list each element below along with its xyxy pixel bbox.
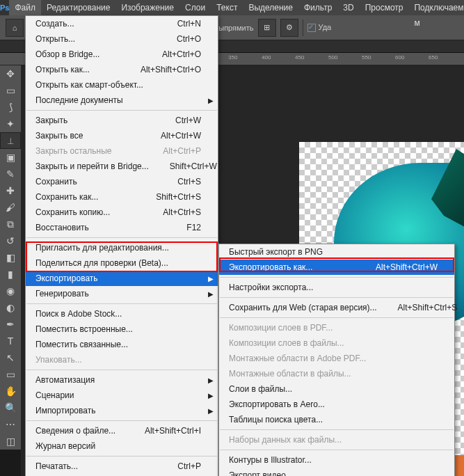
file-menu-item[interactable]: СохранитьCtrl+S (26, 174, 218, 189)
file-menu-item[interactable]: Создать...Ctrl+N (26, 16, 218, 31)
file-menu-item[interactable]: Обзор в Bridge...Alt+Ctrl+O (26, 47, 218, 62)
menu-текст[interactable]: Текст (211, 0, 243, 15)
marquee-tool-icon[interactable]: ▭ (0, 82, 21, 99)
more-icon[interactable]: ⋯ (0, 416, 21, 433)
file-menu-item[interactable]: Поместить встроенные... (26, 322, 218, 337)
pen-tool-icon[interactable]: ✒ (0, 316, 21, 333)
export-menu-item[interactable]: Слои в файлы... (219, 381, 454, 397)
path-tool-icon[interactable]: ↖ (0, 349, 21, 366)
straighten-label: Выпрямить (214, 24, 254, 32)
export-menu-item[interactable]: Настройки экспорта... (219, 280, 454, 295)
menu-слои[interactable]: Слои (179, 0, 211, 15)
export-menu-item[interactable]: Экспорт видео... (219, 468, 454, 476)
delete-checkbox[interactable]: Уда (307, 23, 332, 32)
file-menu-item[interactable]: Автоматизация▶ (26, 372, 218, 388)
file-menu-item[interactable]: Поиск в Adobe Stock... (26, 306, 218, 322)
file-menu-item[interactable]: Закрыть и перейти в Bridge...Shift+Ctrl+… (26, 159, 218, 174)
menu-файл[interactable]: Файл (9, 0, 41, 15)
file-menu-item[interactable]: Экспортировать▶ (26, 271, 218, 286)
history-brush-icon[interactable]: ↺ (0, 232, 21, 249)
menu-item-label: Последние документы (35, 95, 201, 105)
file-menu-item[interactable]: Импортировать▶ (26, 403, 218, 418)
file-menu-item[interactable]: Поместить связанные... (26, 337, 218, 352)
file-menu-item[interactable]: Открыть...Ctrl+O (26, 31, 218, 47)
export-menu-item[interactable]: Быстрый экспорт в PNG (219, 244, 454, 260)
menu-item-shortcut: Alt+Shift+Ctrl+I (145, 426, 201, 436)
menu-separator (26, 303, 217, 304)
file-menu-item: Закрыть остальныеAlt+Ctrl+P (26, 143, 218, 159)
submenu-arrow-icon: ▶ (208, 392, 214, 399)
stamp-tool-icon[interactable]: ⧉ (0, 216, 21, 232)
file-menu-item[interactable]: Поделиться для проверки (Beta)... (26, 255, 218, 271)
export-menu-item: Монтажные области в файлы... (219, 366, 454, 381)
zoom-tool-icon[interactable]: 🔍 (0, 399, 21, 416)
type-tool-icon[interactable]: T (0, 333, 21, 349)
ruler-tick: 550 (362, 54, 371, 61)
menu-item-label: Журнал версий (35, 441, 201, 451)
file-menu-item[interactable]: Пригласить для редактирования... (26, 240, 218, 255)
home-icon[interactable]: ⌂ (6, 19, 24, 37)
menu-separator (26, 456, 217, 457)
menu-3d[interactable]: 3D (337, 0, 359, 15)
menu-изображение[interactable]: Изображение (115, 0, 179, 15)
file-menu-item[interactable]: ВосстановитьF12 (26, 220, 218, 235)
export-menu-item[interactable]: Экспортировать в Aero... (219, 397, 454, 412)
shape-tool-icon[interactable]: ▭ (0, 366, 21, 383)
submenu-arrow-icon: ▶ (208, 275, 214, 283)
ruler-tick: 600 (395, 54, 404, 61)
export-menu-item[interactable]: Контуры в Illustrator... (219, 452, 454, 468)
menu-выделение[interactable]: Выделение (243, 0, 298, 15)
eraser-tool-icon[interactable]: ◧ (0, 249, 21, 266)
lasso-tool-icon[interactable]: ⟆ (0, 99, 21, 116)
dodge-tool-icon[interactable]: ◐ (0, 299, 21, 316)
blur-tool-icon[interactable]: ◉ (0, 283, 21, 299)
frame-tool-icon[interactable]: ▣ (0, 149, 21, 166)
export-menu-item[interactable]: Таблицы поиска цвета... (219, 412, 454, 427)
hand-tool-icon[interactable]: ✋ (0, 383, 21, 399)
menu-item-label: Композиции слоев в PDF... (229, 323, 438, 333)
menu-item-label: Сохранить копию... (35, 207, 142, 217)
file-menu-item[interactable]: Печатать...Ctrl+P (26, 459, 218, 474)
menu-item-label: Слои в файлы... (229, 384, 438, 394)
gradient-tool-icon[interactable]: ▮ (0, 266, 21, 283)
file-menu-item[interactable]: Генерировать▶ (26, 286, 218, 301)
overlay-icon[interactable]: ⊞ (258, 19, 276, 37)
menu-item-label: Открыть... (35, 34, 156, 44)
file-menu-item[interactable]: Сценарии▶ (26, 388, 218, 403)
submenu-arrow-icon: ▶ (208, 407, 214, 415)
menu-подключаемые м[interactable]: Подключаемые м (408, 0, 464, 15)
separator (303, 19, 303, 36)
file-menu-item[interactable]: Сохранить копию...Alt+Ctrl+S (26, 205, 218, 220)
file-menu-item[interactable]: Открыть как...Alt+Shift+Ctrl+O (26, 62, 218, 77)
menu-item-label: Сохранить как... (35, 192, 135, 202)
crop-tool-icon[interactable]: ⟂ (0, 132, 21, 149)
brush-tool-icon[interactable]: 🖌 (0, 199, 21, 216)
file-menu-item[interactable]: Открыть как смарт-объект... (26, 77, 218, 93)
wand-tool-icon[interactable]: ✦ (0, 116, 21, 132)
menu-редактирование[interactable]: Редактирование (41, 0, 115, 15)
menu-item-shortcut: Ctrl+S (177, 177, 201, 187)
menu-item-label: Закрыть (35, 116, 154, 125)
file-menu-item[interactable]: Последние документы▶ (26, 93, 218, 108)
file-menu-item[interactable]: Журнал версий (26, 438, 218, 454)
heal-tool-icon[interactable]: ✚ (0, 182, 21, 199)
menu-item-label: Создать... (35, 19, 157, 29)
export-menu-item[interactable]: Сохранить для Web (старая версия)...Alt+… (219, 300, 454, 315)
file-menu-item[interactable]: Закрыть всеAlt+Ctrl+W (26, 128, 218, 143)
file-menu-item[interactable]: Сохранить как...Shift+Ctrl+S (26, 189, 218, 205)
file-menu-item[interactable]: ЗакрытьCtrl+W (26, 113, 218, 128)
menu-фильтр[interactable]: Фильтр (298, 0, 337, 15)
menu-item-label: Открыть как... (35, 65, 120, 74)
menu-item-shortcut: F12 (186, 223, 201, 232)
menu-item-label: Восстановить (35, 223, 166, 232)
move-tool-icon[interactable]: ✥ (0, 65, 21, 82)
settings-icon[interactable]: ⚙ (280, 19, 298, 37)
file-menu-item[interactable]: Сведения о файле...Alt+Shift+Ctrl+I (26, 423, 218, 438)
menu-item-label: Упаковать... (35, 355, 201, 365)
export-menu-item[interactable]: Экспортировать как...Alt+Shift+Ctrl+W (219, 260, 454, 275)
menu-separator (26, 110, 217, 111)
menu-просмотр[interactable]: Просмотр (360, 0, 409, 15)
menu-item-label: Быстрый экспорт в PNG (229, 247, 438, 257)
swatch-icon[interactable]: ◫ (0, 433, 21, 450)
eyedropper-tool-icon[interactable]: ✎ (0, 166, 21, 182)
